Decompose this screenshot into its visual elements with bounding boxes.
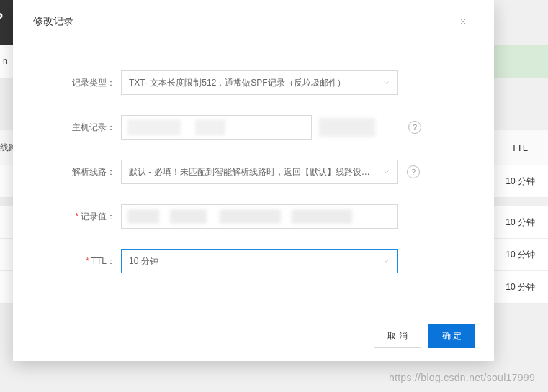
modal-footer: 取 消 确 定: [374, 324, 475, 348]
host-record-label: 主机记录：: [42, 122, 121, 134]
record-type-select[interactable]: TXT- 文本长度限制512，通常做SPF记录（反垃圾邮件）: [121, 70, 398, 95]
field-host-record: 主机记录： ?: [42, 115, 465, 140]
chevron-down-icon: [382, 79, 390, 87]
resolve-line-label: 解析线路：: [42, 166, 121, 178]
field-record-type: 记录类型： TXT- 文本长度限制512，通常做SPF记录（反垃圾邮件）: [42, 70, 465, 95]
resolve-line-value: 默认 - 必填！未匹配到智能解析线路时，返回【默认】线路设…: [129, 166, 370, 178]
field-record-value: *记录值：: [42, 204, 465, 229]
ttl-label: *TTL：: [42, 255, 121, 268]
modal-body: 记录类型： TXT- 文本长度限制512，通常做SPF记录（反垃圾邮件） 主机记…: [13, 43, 494, 299]
chevron-down-icon: [382, 168, 390, 176]
redacted-content: [127, 119, 305, 135]
field-resolve-line: 解析线路： 默认 - 必填！未匹配到智能解析线路时，返回【默认】线路设… ?: [42, 160, 465, 184]
modal-header: 修改记录: [13, 0, 494, 43]
field-ttl: *TTL： 10 分钟: [42, 249, 465, 273]
resolve-line-select[interactable]: 默认 - 必填！未匹配到智能解析线路时，返回【默认】线路设…: [121, 160, 398, 184]
host-record-input[interactable]: [121, 115, 312, 140]
record-type-value: TXT- 文本长度限制512，通常做SPF记录（反垃圾邮件）: [129, 77, 346, 89]
host-suffix-redacted: [319, 118, 400, 137]
bg-header-fragment: P: [0, 0, 14, 45]
edit-record-modal: 修改记录 记录类型： TXT- 文本长度限制512，通常做SPF记录（反垃圾邮件…: [13, 0, 494, 361]
ttl-value: 10 分钟: [129, 255, 158, 268]
chevron-down-icon: [382, 257, 390, 265]
record-type-label: 记录类型：: [42, 77, 121, 89]
confirm-button[interactable]: 确 定: [428, 324, 475, 348]
ttl-select[interactable]: 10 分钟: [121, 249, 398, 273]
record-value-input[interactable]: [121, 204, 398, 229]
bg-col-route-label: 线路: [0, 142, 13, 154]
modal-title: 修改记录: [33, 15, 73, 28]
close-icon[interactable]: [452, 11, 474, 32]
record-value-label: *记录值：: [42, 211, 121, 223]
cancel-button[interactable]: 取 消: [374, 324, 421, 348]
help-icon[interactable]: ?: [407, 165, 420, 178]
help-icon[interactable]: ?: [408, 121, 421, 134]
redacted-content: [127, 209, 392, 224]
watermark: https://blog.csdn.net/soul17999: [389, 372, 535, 383]
